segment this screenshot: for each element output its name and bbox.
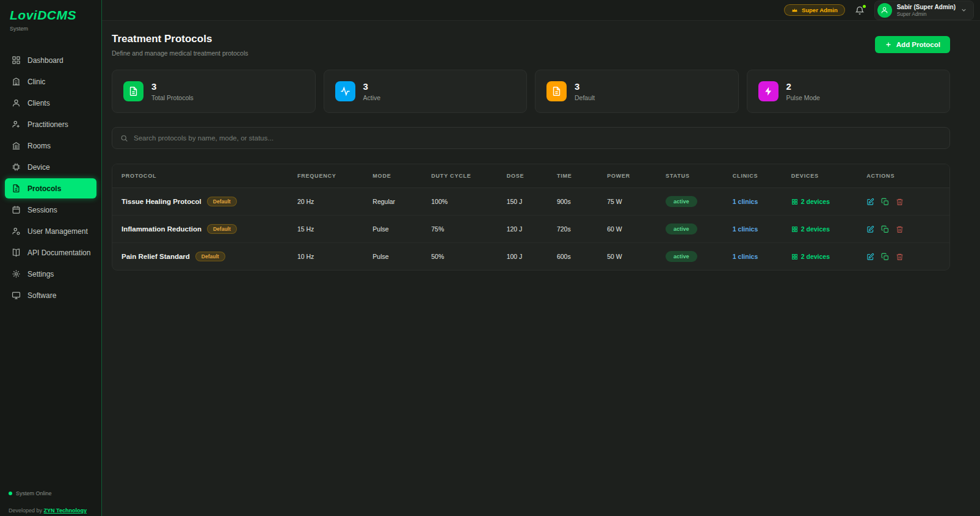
stat-value: 2 <box>786 81 820 92</box>
system-status-label: System Online <box>16 490 52 496</box>
sidebar: LoviDCMS System Dashboard Clinic Clients… <box>0 0 102 516</box>
edit-button[interactable] <box>866 253 874 261</box>
pulse-icon <box>340 86 350 96</box>
trash-icon <box>896 253 904 261</box>
delete-button[interactable] <box>896 253 904 261</box>
duplicate-button[interactable] <box>881 253 889 261</box>
sidebar-item-label: Protocols <box>27 184 61 193</box>
sidebar-item-settings[interactable]: Settings <box>5 264 96 284</box>
sidebar-item-label: Practitioners <box>27 120 68 129</box>
stat-label: Default <box>575 94 595 101</box>
online-status-dot <box>9 492 12 495</box>
power-value: 50 W <box>598 243 656 271</box>
duplicate-button[interactable] <box>881 198 889 206</box>
col-time: TIME <box>548 164 598 188</box>
sidebar-item-clients[interactable]: Clients <box>5 93 96 113</box>
mode-value: Pulse <box>363 216 422 243</box>
duplicate-button[interactable] <box>881 225 889 233</box>
device-icon <box>12 162 21 172</box>
edit-button[interactable] <box>866 225 874 233</box>
settings-icon <box>12 269 21 278</box>
edit-button[interactable] <box>866 198 874 206</box>
sidebar-item-clinic[interactable]: Clinic <box>5 71 96 92</box>
search-bar <box>112 127 950 149</box>
duty-cycle-value: 50% <box>422 243 497 271</box>
table-row: Pain Relief Standard Default 10 Hz Pulse… <box>112 243 949 271</box>
col-dose: DOSE <box>498 164 548 188</box>
user-menu-chevron <box>960 7 967 13</box>
protocol-file-icon <box>123 81 143 101</box>
sidebar-item-dashboard[interactable]: Dashboard <box>5 50 96 70</box>
app-logo-subtitle: System <box>10 26 92 32</box>
sidebar-item-label: Clinic <box>27 78 45 86</box>
lightning-icon <box>763 86 774 96</box>
sidebar-item-rooms[interactable]: Rooms <box>5 136 96 156</box>
avatar <box>877 3 892 18</box>
notification-dot <box>863 5 866 8</box>
sidebar-item-user-management[interactable]: User Management <box>5 221 96 241</box>
developer-link[interactable]: ZYN Technology <box>44 507 87 514</box>
bolt-icon <box>758 81 779 101</box>
add-protocol-label: Add Protocol <box>896 41 940 48</box>
file-icon <box>128 86 139 96</box>
protocols-table-card: PROTOCOL FREQUENCY MODE DUTY CYCLE DOSE … <box>112 164 950 271</box>
devices-label: 2 devices <box>801 198 830 205</box>
stat-value: 3 <box>363 81 381 92</box>
clients-icon <box>12 98 21 107</box>
sidebar-item-practitioners[interactable]: Practitioners <box>5 114 96 134</box>
activity-icon <box>335 81 355 101</box>
power-value: 60 W <box>598 216 656 243</box>
crown-icon <box>791 7 798 13</box>
search-icon <box>120 134 128 142</box>
sidebar-item-api-documentation[interactable]: API Documentation <box>5 242 96 263</box>
notifications-button[interactable] <box>855 5 865 15</box>
sidebar-item-label: Software <box>27 291 56 300</box>
devices-link[interactable]: 2 devices <box>791 225 848 233</box>
clinics-link[interactable]: 1 clinics <box>733 253 758 260</box>
default-badge: Default <box>195 252 225 261</box>
sidebar-item-protocols[interactable]: Protocols <box>5 178 96 198</box>
col-protocol: PROTOCOL <box>112 164 288 188</box>
stat-card-default: 3 Default <box>535 70 739 113</box>
devices-grid-icon <box>791 226 798 233</box>
stat-card-total-protocols: 3 Total Protocols <box>112 70 316 113</box>
stats-row: 3 Total Protocols 3 Active 3 <box>112 70 950 113</box>
stat-card-active: 3 Active <box>324 70 528 113</box>
main-area: Super Admin Sabir (Super Admin) Super Ad… <box>102 0 980 516</box>
add-protocol-button[interactable]: Add Protocol <box>875 36 950 53</box>
sidebar-item-software[interactable]: Software <box>5 285 96 305</box>
stat-value: 3 <box>575 81 595 92</box>
row-actions <box>866 253 940 261</box>
sidebar-item-sessions[interactable]: Sessions <box>5 200 96 220</box>
developed-by: Developed by ZYN Technology <box>9 507 93 514</box>
devices-link[interactable]: 2 devices <box>791 198 848 205</box>
dashboard-icon <box>12 56 21 65</box>
sidebar-item-label: API Documentation <box>27 249 90 257</box>
protocols-icon <box>12 184 21 193</box>
frequency-value: 15 Hz <box>288 216 363 243</box>
user-role: Super Admin <box>897 11 956 17</box>
status-badge: active <box>666 223 697 234</box>
clinics-link[interactable]: 1 clinics <box>733 225 758 233</box>
sidebar-item-label: Settings <box>27 270 54 278</box>
table-header-row: PROTOCOL FREQUENCY MODE DUTY CYCLE DOSE … <box>112 164 949 188</box>
col-status: STATUS <box>656 164 724 188</box>
stat-label: Pulse Mode <box>786 94 820 101</box>
user-menu[interactable]: Sabir (Super Admin) Super Admin <box>874 1 974 20</box>
role-badge[interactable]: Super Admin <box>784 4 845 16</box>
protocol-name: Tissue Healing Protocol <box>122 198 201 205</box>
stat-label: Total Protocols <box>151 94 194 101</box>
col-duty-cycle: DUTY CYCLE <box>422 164 497 188</box>
delete-button[interactable] <box>896 225 904 233</box>
mode-value: Regular <box>363 188 422 216</box>
delete-button[interactable] <box>896 198 904 206</box>
search-input[interactable] <box>134 134 942 142</box>
duty-cycle-value: 100% <box>422 188 497 216</box>
sidebar-item-device[interactable]: Device <box>5 157 96 177</box>
time-value: 600s <box>548 243 598 271</box>
col-clinics: CLINICS <box>724 164 782 188</box>
edit-icon <box>866 225 874 233</box>
clinics-link[interactable]: 1 clinics <box>733 198 758 205</box>
table-row: Inflammation Reduction Default 15 Hz Pul… <box>112 216 949 243</box>
devices-link[interactable]: 2 devices <box>791 253 848 260</box>
